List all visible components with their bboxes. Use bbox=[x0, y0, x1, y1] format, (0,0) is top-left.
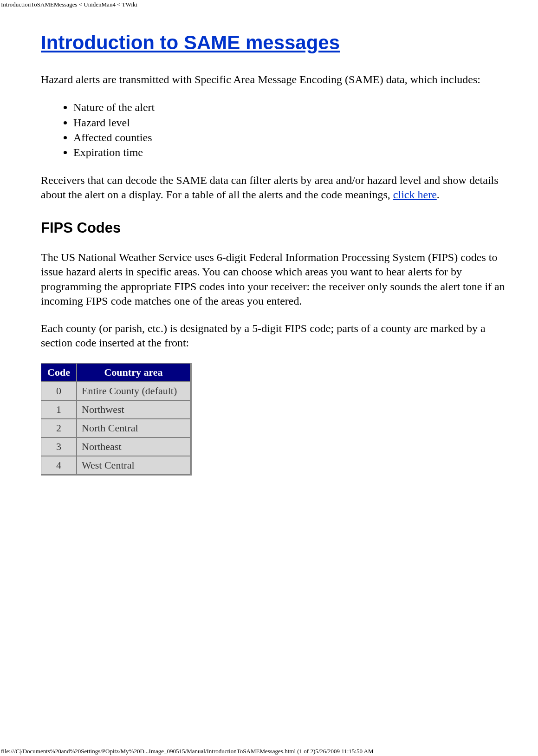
table-header-row: Code Country area bbox=[41, 363, 190, 382]
list-item: Affected counties bbox=[73, 130, 505, 145]
intro-paragraph: Hazard alerts are transmitted with Speci… bbox=[41, 72, 505, 87]
click-here-link[interactable]: click here bbox=[393, 189, 437, 201]
code-cell: 3 bbox=[41, 437, 77, 456]
page-header-breadcrumb: IntroductionToSAMEMessages < UnidenMan4 … bbox=[0, 0, 538, 8]
area-cell: Entire County (default) bbox=[77, 382, 190, 400]
fips-codes-table: Code Country area 0 Entire County (defau… bbox=[41, 363, 192, 476]
main-content: Introduction to SAME messages Hazard ale… bbox=[0, 8, 519, 476]
area-cell: West Central bbox=[77, 456, 190, 475]
list-item: Hazard level bbox=[73, 115, 505, 130]
fips-paragraph-1: The US National Weather Service uses 6-d… bbox=[41, 250, 505, 308]
code-cell: 2 bbox=[41, 419, 77, 437]
code-cell: 1 bbox=[41, 400, 77, 419]
bullet-list: Nature of the alert Hazard level Affecte… bbox=[41, 100, 505, 160]
area-cell: Northeast bbox=[77, 437, 190, 456]
fips-heading: FIPS Codes bbox=[41, 220, 505, 236]
header-code: Code bbox=[41, 363, 77, 382]
table-row: 1 Northwest bbox=[41, 400, 190, 419]
list-item: Nature of the alert bbox=[73, 100, 505, 115]
table-row: 4 West Central bbox=[41, 456, 190, 475]
area-cell: Northwest bbox=[77, 400, 190, 419]
receivers-text-after: . bbox=[437, 189, 440, 201]
table-row: 2 North Central bbox=[41, 419, 190, 437]
area-cell: North Central bbox=[77, 419, 190, 437]
fips-paragraph-2: Each county (or parish, etc.) is designa… bbox=[41, 321, 505, 350]
code-cell: 4 bbox=[41, 456, 77, 475]
table-row: 3 Northeast bbox=[41, 437, 190, 456]
code-cell: 0 bbox=[41, 382, 77, 400]
receivers-paragraph: Receivers that can decode the SAME data … bbox=[41, 173, 505, 202]
page-title: Introduction to SAME messages bbox=[41, 32, 505, 54]
header-area: Country area bbox=[77, 363, 190, 382]
list-item: Expiration time bbox=[73, 145, 505, 160]
table-row: 0 Entire County (default) bbox=[41, 382, 190, 400]
